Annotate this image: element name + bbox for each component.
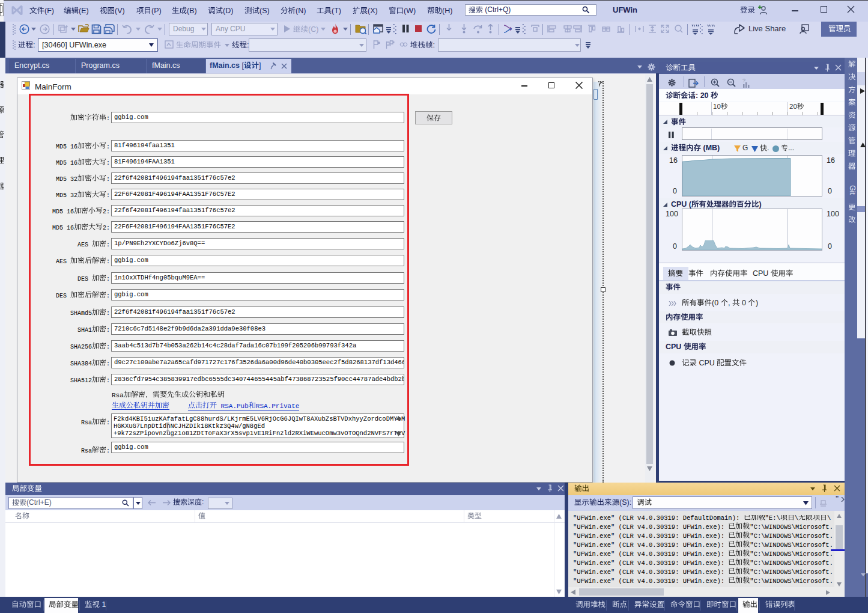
svg-text:?: ?: [742, 78, 745, 84]
